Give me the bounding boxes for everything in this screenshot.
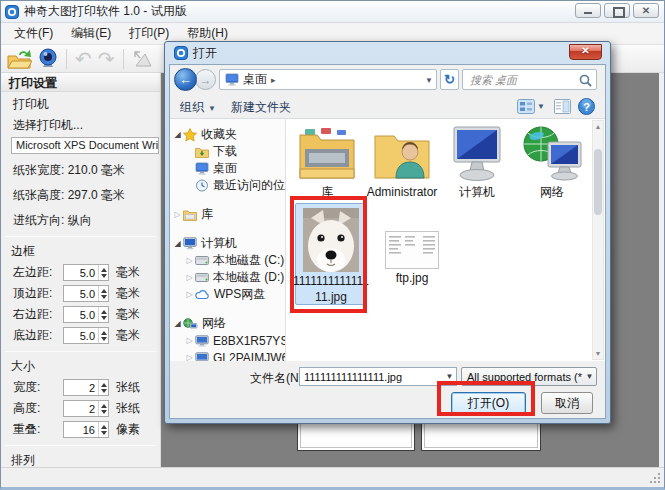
toolbar-separator — [66, 49, 67, 69]
file-item-libraries[interactable]: 库 — [290, 121, 364, 199]
step-up-icon[interactable] — [101, 289, 107, 293]
tree-item-net-node-2[interactable]: ▷GL2PAIMJW6M — [170, 349, 285, 361]
expander-collapsed-icon[interactable]: ▷ — [184, 353, 195, 361]
divider — [5, 445, 156, 446]
margin-top-stepper[interactable] — [98, 286, 108, 301]
margins-section: 左边距:5.0毫米顶边距:5.0毫米右边距:5.0毫米底边距:5.0毫米 — [1, 264, 160, 344]
open-image-icon[interactable] — [6, 48, 32, 70]
minimize-button[interactable] — [575, 3, 601, 18]
search-input[interactable] — [468, 72, 576, 87]
breadcrumb-dropdown-icon[interactable]: ▼ — [425, 76, 433, 85]
skew-icon[interactable] — [132, 49, 154, 69]
expander-expanded-icon[interactable]: ◢ — [172, 319, 183, 328]
dialog-close-button[interactable] — [569, 44, 602, 60]
recent-places-icon — [195, 179, 209, 192]
step-down-icon[interactable] — [101, 274, 107, 278]
step-up-icon[interactable] — [101, 331, 107, 335]
step-down-icon[interactable] — [101, 295, 107, 299]
camera-icon[interactable] — [38, 48, 58, 69]
menu-edit[interactable]: 编辑(E) — [62, 22, 120, 45]
size-width-stepper[interactable] — [98, 380, 108, 395]
step-down-icon[interactable] — [101, 316, 107, 320]
margin-left-stepper[interactable] — [98, 265, 108, 280]
new-folder-button[interactable]: 新建文件夹 — [231, 99, 291, 116]
tree-item-desktop[interactable]: 桌面 — [170, 160, 285, 177]
help-button[interactable]: ? — [578, 98, 595, 115]
breadcrumb[interactable]: 桌面 ▸ ▼ — [219, 69, 437, 90]
tree-item-favorites[interactable]: ◢收藏夹 — [170, 126, 285, 143]
tree-item-downloads[interactable]: 下载 — [170, 143, 285, 160]
net-computer-icon — [195, 352, 209, 362]
tree-item-wps-cloud[interactable]: ▷WPS网盘 — [170, 286, 285, 303]
back-button[interactable] — [174, 68, 197, 91]
size-overlap-input[interactable]: 16 — [63, 421, 109, 438]
step-down-icon[interactable] — [101, 389, 107, 393]
list-scrollbar[interactable]: ▲ ▼ — [592, 120, 604, 360]
step-down-icon[interactable] — [101, 337, 107, 341]
size-height-stepper[interactable] — [98, 401, 108, 416]
margin-bottom-stepper[interactable] — [98, 328, 108, 343]
size-height-input[interactable]: 2 — [63, 400, 109, 417]
tree-item-computer[interactable]: ◢计算机 — [170, 235, 285, 252]
expander-expanded-icon[interactable]: ◢ — [172, 130, 183, 139]
margin-top-input[interactable]: 5.0 — [63, 285, 109, 302]
expander-collapsed-icon[interactable]: ▷ — [172, 210, 183, 219]
views-button[interactable] — [517, 99, 535, 114]
menu-file[interactable]: 文件(F) — [5, 22, 62, 45]
scroll-up-icon[interactable]: ▲ — [593, 123, 603, 130]
margin-right-input[interactable]: 5.0 — [63, 306, 109, 323]
tree-item-recent-places[interactable]: 最近访问的位置 — [170, 177, 285, 194]
tree-item-net-node-1[interactable]: ▷E8BX1R57YSVU — [170, 332, 285, 349]
expander-collapsed-icon[interactable]: ▷ — [184, 256, 195, 265]
filename-dropdown-icon[interactable]: ▼ — [443, 372, 456, 381]
step-down-icon[interactable] — [101, 431, 107, 435]
margin-left-input[interactable]: 5.0 — [63, 264, 109, 281]
views-dropdown-icon[interactable]: ▼ — [537, 102, 545, 111]
file-item-computer[interactable]: 计算机 — [440, 121, 514, 199]
forward-button[interactable] — [195, 69, 216, 90]
scroll-down-icon[interactable]: ▼ — [593, 350, 603, 357]
select-printer-label[interactable]: 选择打印机... — [13, 117, 160, 134]
downloads-folder-icon — [195, 146, 209, 158]
filename-input[interactable] — [300, 370, 443, 384]
tree-item-network[interactable]: ◢网络 — [170, 315, 285, 332]
tree-item-disk-d[interactable]: ▷本地磁盘 (D:) — [170, 269, 285, 286]
redo-icon[interactable]: ↷ — [98, 49, 115, 69]
expander-collapsed-icon[interactable]: ▷ — [184, 336, 195, 345]
search-box — [462, 69, 597, 90]
margin-right-stepper[interactable] — [98, 307, 108, 322]
step-up-icon[interactable] — [101, 383, 107, 387]
tree-item-libraries[interactable]: ▷库 — [170, 206, 285, 223]
step-up-icon[interactable] — [101, 425, 107, 429]
tree-item-disk-c[interactable]: ▷本地磁盘 (C:) — [170, 252, 285, 269]
margin-bottom-input[interactable]: 5.0 — [63, 327, 109, 344]
close-button[interactable] — [633, 3, 659, 18]
resize-grip[interactable] — [649, 472, 661, 484]
expander-expanded-icon[interactable]: ◢ — [172, 239, 183, 248]
step-up-icon[interactable] — [101, 310, 107, 314]
expander-collapsed-icon[interactable]: ▷ — [184, 273, 195, 282]
organize-button[interactable]: 组织▼ — [180, 99, 216, 116]
printer-select[interactable]: Microsoft XPS Document Writer — [11, 137, 159, 154]
file-item-administrator[interactable]: Administrator — [365, 121, 439, 199]
breadcrumb-chevron-icon[interactable]: ▸ — [271, 75, 276, 85]
size-overlap-unit: 像素 — [116, 421, 140, 438]
file-item-network[interactable]: 网络 — [515, 121, 589, 199]
cancel-button[interactable]: 取消 — [541, 392, 593, 414]
file-item-ftp-file[interactable]: ftp.jpg — [376, 203, 448, 305]
step-down-icon[interactable] — [101, 410, 107, 414]
printer-label: 打印机 — [13, 96, 160, 113]
list-scroll-thumb[interactable] — [594, 149, 602, 215]
organize-caret-icon: ▼ — [208, 104, 216, 113]
refresh-button[interactable]: ↻ — [440, 69, 459, 90]
breadcrumb-location[interactable]: 桌面 — [243, 71, 267, 88]
size-width-input[interactable]: 2 — [63, 379, 109, 396]
expander-collapsed-icon[interactable]: ▷ — [184, 290, 195, 299]
maximize-button[interactable] — [604, 3, 630, 18]
tree-item-label: E8BX1R57YSVU — [213, 334, 285, 348]
size-overlap-stepper[interactable] — [98, 422, 108, 437]
step-up-icon[interactable] — [101, 404, 107, 408]
preview-pane-button[interactable] — [554, 99, 571, 114]
undo-icon[interactable]: ↶ — [75, 49, 92, 69]
step-up-icon[interactable] — [101, 268, 107, 272]
